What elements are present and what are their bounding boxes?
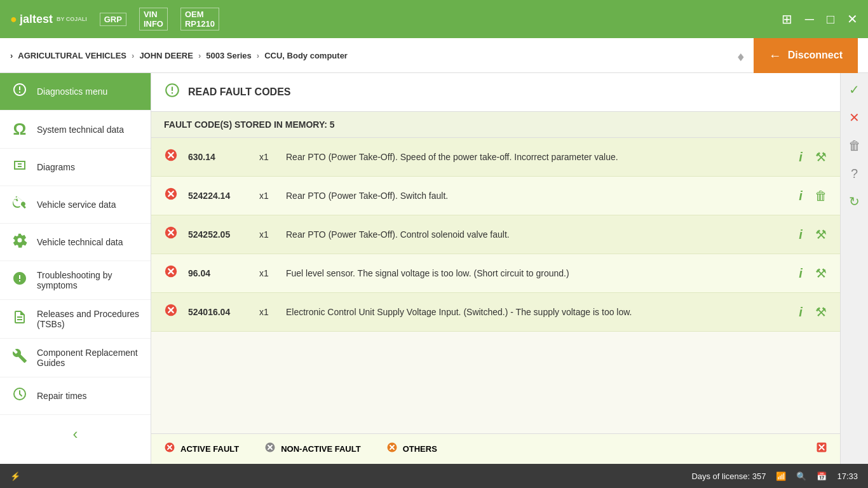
sidebar-item-vehicle-technical-data[interactable]: Vehicle technical data	[0, 224, 151, 261]
sidebar-item-repair-times[interactable]: Repair times	[0, 377, 151, 415]
info-icon-5[interactable]: i	[794, 305, 807, 320]
statusbar-left: ⚡	[10, 471, 20, 481]
action-icon-5[interactable]: ⚒	[815, 304, 827, 320]
info-icon-3[interactable]: i	[794, 227, 807, 242]
action-icon-4[interactable]: ⚒	[815, 266, 827, 281]
fault-summary: FAULT CODE(S) STORED IN MEMORY: 5	[151, 112, 840, 138]
vehicle-service-icon	[10, 195, 29, 214]
breadcrumb-sep-2: ›	[198, 51, 201, 60]
error-icon-2	[164, 187, 180, 205]
breadcrumb-right: ⬧ ← Disconnect	[736, 38, 858, 73]
legend-non-active-icon	[264, 442, 276, 456]
legend-close-button[interactable]	[816, 442, 827, 456]
tag-vin: VININFO	[139, 8, 168, 30]
sidebar-item-system-technical-data[interactable]: Ω System technical data	[0, 111, 151, 149]
sidebar-label-component: Component Replacement Guides	[37, 348, 140, 368]
troubleshooting-icon	[10, 271, 29, 290]
info-icon-2[interactable]: i	[794, 189, 807, 203]
connection-icon: ⬧	[736, 46, 746, 65]
back-icon: ‹	[73, 425, 78, 443]
breadcrumb-item-3[interactable]: 5003 Series	[206, 51, 252, 60]
legend-bar: ACTIVE FAULT NON-ACTIVE FAULT OTHERS	[151, 433, 840, 464]
fault-count-5: x1	[259, 307, 278, 317]
minimize-icon[interactable]: ─	[805, 12, 814, 27]
license-text: Days of license: 357	[691, 471, 766, 481]
component-icon	[10, 348, 29, 367]
breadcrumb: › AGRICULTURAL VEHICLES › JOHN DEERE › 5…	[0, 38, 868, 73]
sidebar-label-troubleshooting: Troubleshooting by symptoms	[37, 270, 140, 290]
action-icon-1[interactable]: ⚒	[815, 149, 827, 165]
sidebar-label-vehicle-service: Vehicle service data	[37, 200, 116, 210]
system-tech-icon: Ω	[10, 119, 29, 139]
sidebar-item-releases[interactable]: Releases and Procedures (TSBs)	[0, 300, 151, 339]
help-button[interactable]: ?	[843, 162, 866, 185]
breadcrumb-item-2[interactable]: JOHN DEERE	[139, 51, 193, 60]
error-icon-5	[164, 303, 180, 321]
fault-count-3: x1	[259, 229, 278, 240]
refresh-button[interactable]: ↻	[843, 190, 866, 213]
action-icon-2[interactable]: 🗑	[815, 189, 827, 203]
fault-code-2: 524224.14	[188, 191, 252, 201]
info-icon-1[interactable]: i	[794, 150, 807, 165]
diagrams-icon	[10, 158, 29, 177]
statusbar-right: Days of license: 357 📶 🔍 📅 17:33	[691, 471, 858, 481]
sidebar-item-diagnostics-menu[interactable]: Diagnostics menu	[0, 73, 151, 111]
sidebar-back-button[interactable]: ‹	[0, 415, 151, 453]
right-panel: ✓ ✕ 🗑 ? ↻	[840, 73, 868, 464]
main-layout: Diagnostics menu Ω System technical data…	[0, 73, 868, 464]
sidebar-label-repair: Repair times	[37, 391, 87, 401]
sidebar-item-component-replacement[interactable]: Component Replacement Guides	[0, 339, 151, 377]
maximize-icon[interactable]: □	[827, 12, 834, 27]
vehicle-tech-icon	[10, 233, 29, 252]
error-icon-1	[164, 148, 180, 166]
legend-active-fault: ACTIVE FAULT	[164, 442, 239, 456]
sidebar-label-diagrams: Diagrams	[37, 162, 75, 172]
sidebar-item-vehicle-service-data[interactable]: Vehicle service data	[0, 186, 151, 224]
table-row: 630.14 x1 Rear PTO (Power Take-Off). Spe…	[151, 138, 840, 177]
back-arrow-icon: ←	[769, 48, 782, 63]
fault-desc-5: Electronic Control Unit Supply Voltage I…	[286, 307, 787, 317]
diagnostics-menu-icon	[10, 82, 29, 101]
legend-active-icon	[164, 442, 175, 456]
grid-icon[interactable]: ⊞	[782, 11, 792, 27]
fault-code-4: 96.04	[188, 268, 252, 278]
action-icon-3[interactable]: ⚒	[815, 227, 827, 242]
cancel-button[interactable]: ✕	[843, 106, 866, 129]
table-row: 524016.04 x1 Electronic Control Unit Sup…	[151, 293, 840, 332]
legend-non-active-fault: NON-ACTIVE FAULT	[264, 442, 360, 456]
error-icon-4	[164, 264, 180, 282]
status-bar: ⚡ Days of license: 357 📶 🔍 📅 17:33	[0, 464, 868, 488]
table-row: 96.04 x1 Fuel level sensor. The signal v…	[151, 254, 840, 293]
delete-button[interactable]: 🗑	[843, 134, 866, 157]
content-title: READ FAULT CODES	[188, 86, 290, 98]
legend-others: OTHERS	[386, 442, 437, 456]
confirm-button[interactable]: ✓	[843, 78, 866, 101]
fault-desc-4: Fuel level sensor. The signal voltage is…	[286, 268, 787, 278]
error-icon-3	[164, 226, 180, 243]
sidebar-label-system: System technical data	[37, 125, 124, 135]
tag-grp: GRP	[100, 13, 126, 26]
calendar-icon: 📅	[817, 471, 827, 481]
content-header: READ FAULT CODES	[151, 73, 840, 112]
tag-oem: OEMRP1210	[180, 8, 219, 30]
breadcrumb-item-1[interactable]: AGRICULTURAL VEHICLES	[18, 51, 126, 60]
sidebar-item-diagrams[interactable]: Diagrams	[0, 149, 151, 186]
fault-code-5: 524016.04	[188, 307, 252, 317]
disconnect-button[interactable]: ← Disconnect	[754, 38, 858, 73]
legend-others-icon	[386, 442, 398, 456]
sidebar-label-releases: Releases and Procedures (TSBs)	[37, 309, 140, 329]
breadcrumb-item-4[interactable]: CCU, Body computer	[264, 51, 348, 60]
fault-count-1: x1	[259, 152, 278, 162]
fault-codes-icon	[164, 82, 180, 102]
info-icon-4[interactable]: i	[794, 266, 807, 281]
wifi-icon: 📶	[776, 471, 786, 481]
fault-desc-1: Rear PTO (Power Take-Off). Speed of the …	[286, 152, 787, 162]
search-icon: 🔍	[796, 471, 806, 481]
breadcrumb-sep-3: ›	[257, 51, 259, 60]
table-row: 524252.05 x1 Rear PTO (Power Take-Off). …	[151, 215, 840, 254]
table-row: 524224.14 x1 Rear PTO (Power Take-Off). …	[151, 177, 840, 215]
fault-list: 630.14 x1 Rear PTO (Power Take-Off). Spe…	[151, 138, 840, 433]
close-icon[interactable]: ✕	[847, 11, 858, 27]
time-display: 17:33	[837, 471, 858, 481]
sidebar-item-troubleshooting[interactable]: Troubleshooting by symptoms	[0, 261, 151, 300]
